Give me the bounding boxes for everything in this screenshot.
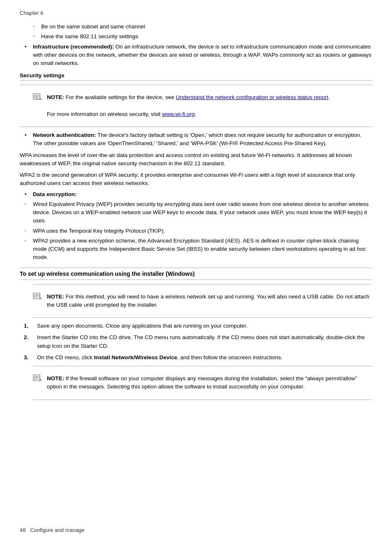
note-1-text-before: For the available settings for the devic…	[64, 94, 176, 100]
note-svg-icon-2	[33, 293, 42, 301]
note-box-2: NOTE: For this method, you will need to …	[33, 284, 372, 318]
network-auth-label: Network authentication:	[33, 132, 96, 138]
step-3-text-after: , and then follow the onscreen instructi…	[177, 354, 282, 360]
footer-section: Configure and manage	[30, 527, 84, 533]
security-settings-heading: Security settings	[20, 72, 372, 81]
main-bullet-list: Infrastructure (recommended): On an infr…	[20, 43, 372, 68]
chapter-label: Chapter 4	[20, 10, 43, 16]
network-auth-list: Network authentication: The device's fac…	[20, 131, 372, 262]
svg-line-4	[41, 99, 42, 100]
top-sub-bullet-list: Be on the same subnet and same channel H…	[20, 23, 372, 41]
footer: 48 Configure and manage	[20, 527, 85, 533]
step-3-num: 3.	[24, 354, 28, 362]
step-1-text: Save any open documents. Close any appli…	[37, 323, 248, 329]
list-item-wpa-tkip: WPA uses the Temporal Key Integrity Prot…	[12, 227, 372, 235]
note-2-text: NOTE: For this method, you will need to …	[47, 293, 372, 310]
note-2-body: For this method, you will need to have a…	[47, 293, 369, 308]
infrastructure-label: Infrastructure (recommended):	[33, 44, 114, 50]
section-title: To set up wireless communication using t…	[20, 270, 195, 277]
step-1-num: 1.	[24, 322, 28, 330]
note-box-1-inner: NOTE: For the available settings for the…	[33, 91, 372, 121]
step-1: 1. Save any open documents. Close any ap…	[20, 322, 372, 330]
list-item-wpa2-aes: WPA2 provides a new encryption scheme, t…	[12, 237, 372, 262]
note-svg-icon	[33, 93, 42, 102]
page: Chapter 4 Be on the same subnet and same…	[0, 0, 392, 543]
note-1-text: NOTE: For the available settings for the…	[47, 93, 330, 118]
step-2-num: 2.	[24, 333, 28, 342]
svg-line-9	[41, 298, 42, 299]
steps-list: 1. Save any open documents. Close any ap…	[20, 322, 372, 362]
step-3-text-before: On the CD menu, click	[37, 354, 94, 360]
note-1-para: For more information on wireless securit…	[47, 111, 162, 117]
note-box-2-inner: NOTE: For this method, you will need to …	[33, 290, 372, 312]
note-1-link[interactable]: Understand the network configuration or …	[176, 94, 328, 100]
wifi-org-link[interactable]: www.wi-fi.org	[162, 111, 195, 117]
note-1-label: NOTE:	[47, 94, 64, 100]
wpa-para-1: WPA increases the level of over-the-air …	[20, 151, 372, 168]
step-3: 3. On the CD menu, click Install Network…	[20, 354, 372, 362]
note-box-3: NOTE: If the firewall software on your c…	[33, 366, 372, 400]
page-number: 48	[20, 527, 25, 533]
step-2: 2. Insert the Starter CD into the CD dri…	[20, 333, 372, 350]
note-svg-icon-3	[33, 374, 42, 383]
list-item: Be on the same subnet and same channel	[20, 23, 372, 31]
data-encryption-sub-list: Wired Equivalent Privacy (WEP) provides …	[12, 200, 372, 262]
note-icon-3	[33, 374, 44, 384]
note-3-body: If the firewall software on your compute…	[47, 375, 357, 390]
note-3-label: NOTE:	[47, 375, 64, 381]
list-item-infrastructure: Infrastructure (recommended): On an infr…	[20, 43, 372, 68]
note-icon-2	[33, 293, 44, 302]
note-3-text: NOTE: If the firewall software on your c…	[47, 374, 372, 391]
data-encryption-label: Data encryption:	[33, 191, 77, 197]
step-3-bold: Install Network/Wireless Device	[94, 354, 177, 360]
list-item-data-encryption: Data encryption: Wired Equivalent Privac…	[20, 190, 372, 262]
list-item-wep: Wired Equivalent Privacy (WEP) provides …	[12, 200, 372, 225]
wpa-para-2: WPA2 is the second generation of WPA sec…	[20, 171, 372, 188]
note-box-3-inner: NOTE: If the firewall software on your c…	[33, 372, 372, 394]
section-title-bar: To set up wireless communication using t…	[20, 268, 372, 280]
svg-line-14	[41, 380, 42, 381]
chapter-header: Chapter 4	[20, 10, 372, 16]
step-2-text: Insert the Starter CD into the CD drive.…	[37, 334, 365, 349]
list-item: Have the same 802.11 security settings	[20, 32, 372, 41]
note-box-1: NOTE: For the available settings for the…	[20, 85, 372, 127]
note-2-label: NOTE:	[47, 293, 64, 300]
list-item-network-auth: Network authentication: The device's fac…	[20, 131, 372, 188]
note-icon-1	[33, 93, 44, 103]
